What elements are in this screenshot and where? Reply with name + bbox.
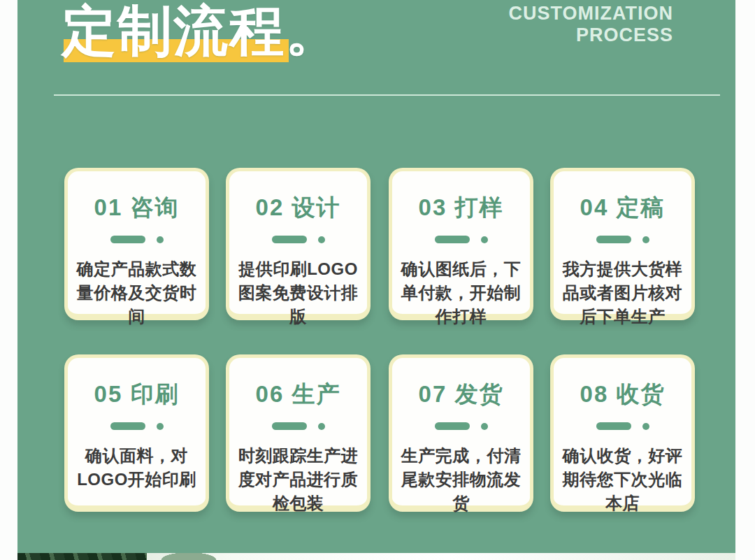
step-title: 01 咨询: [68, 192, 206, 224]
dash-icon: [596, 422, 631, 430]
step-description: 确认收货，好评期待您下次光临本店: [556, 444, 689, 515]
dash-dot-divider: [68, 236, 206, 243]
step-card-02: 02 设计 提供印刷LOGO图案免费设计排版: [226, 168, 371, 320]
dash-dot-divider: [68, 422, 206, 430]
step-title: 05 印刷: [68, 379, 206, 410]
step-title: 08 收货: [554, 379, 691, 410]
section-title-period: 。: [285, 0, 341, 62]
dot-icon: [642, 236, 649, 243]
dot-icon: [318, 423, 325, 430]
section-title-english-line1: CUSTOMIZATION: [509, 3, 674, 24]
dash-icon: [272, 236, 307, 243]
step-card-01: 01 咨询 确定产品款式数量价格及交货时间: [64, 168, 209, 320]
step-description: 确认图纸后，下单付款，开始制作打样: [395, 257, 527, 329]
step-description: 生产完成，付清尾款安排物流发货: [395, 444, 527, 515]
step-title: 02 设计: [229, 192, 367, 224]
step-card-07: 07 发货 生产完成，付清尾款安排物流发货: [389, 354, 533, 512]
step-title: 04 定稿: [554, 192, 691, 224]
step-description: 确认面料，对LOGO开始印刷: [71, 444, 203, 491]
section-title-text: 定制流程: [62, 0, 285, 62]
dash-dot-divider: [392, 236, 530, 243]
plant-leaves-image: [17, 553, 147, 560]
step-description: 我方提供大货样品或者图片核对后下单生产: [556, 257, 689, 329]
step-card-03: 03 打样 确认图纸后，下单付款，开始制作打样: [389, 168, 533, 320]
step-card-05: 05 印刷 确认面料，对LOGO开始印刷: [64, 354, 209, 512]
customization-process-section: 定制流程。 CUSTOMIZATION PROCESS 01 咨询 确定产品款式…: [0, 0, 755, 560]
dash-icon: [110, 422, 145, 430]
dot-icon: [481, 236, 488, 243]
dash-icon: [435, 422, 470, 430]
dot-icon: [642, 423, 649, 430]
section-title-english-line2: PROCESS: [509, 24, 674, 46]
dot-icon: [481, 423, 488, 430]
dash-icon: [110, 236, 145, 243]
dash-dot-divider: [392, 422, 530, 430]
dash-icon: [435, 236, 470, 243]
step-description: 提供印刷LOGO图案免费设计排版: [232, 257, 364, 329]
step-card-08: 08 收货 确认收货，好评期待您下次光临本店: [550, 354, 695, 512]
dash-icon: [272, 422, 307, 430]
dash-dot-divider: [554, 422, 691, 430]
step-title: 06 生产: [229, 379, 367, 410]
dash-icon: [596, 236, 631, 243]
step-title: 07 发货: [392, 379, 530, 410]
step-description: 时刻跟踪生产进度对产品进行质检包装: [232, 444, 364, 515]
step-card-06: 06 生产 时刻跟踪生产进度对产品进行质检包装: [226, 354, 371, 512]
dash-dot-divider: [554, 236, 691, 243]
dash-dot-divider: [229, 422, 367, 430]
dot-icon: [157, 423, 164, 430]
step-card-04: 04 定稿 我方提供大货样品或者图片核对后下单生产: [550, 168, 695, 320]
header-divider-line: [54, 94, 720, 96]
next-section-strip: [17, 553, 735, 560]
dot-icon: [157, 236, 164, 243]
plant-image-edge: [143, 553, 234, 560]
step-title: 03 打样: [392, 192, 530, 224]
dot-icon: [318, 236, 325, 243]
step-description: 确定产品款式数量价格及交货时间: [71, 257, 203, 329]
section-title: 定制流程。: [62, 0, 341, 66]
section-title-english: CUSTOMIZATION PROCESS: [509, 3, 674, 46]
dash-dot-divider: [229, 236, 367, 243]
